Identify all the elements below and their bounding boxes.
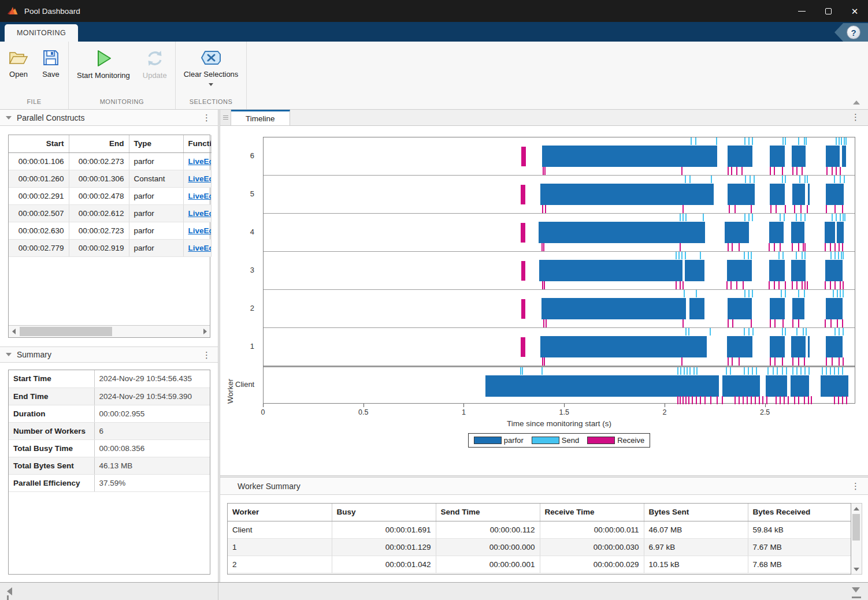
column-header[interactable]: Bytes Received bbox=[748, 504, 851, 521]
parfor-bar[interactable] bbox=[542, 146, 717, 167]
parfor-bar[interactable] bbox=[689, 298, 704, 319]
parfor-bar[interactable] bbox=[791, 336, 806, 357]
parfor-bar[interactable] bbox=[539, 222, 705, 243]
scrollbar-thumb[interactable] bbox=[20, 327, 112, 336]
collapse-bottom-panel-button[interactable] bbox=[852, 587, 860, 592]
parfor-bar[interactable] bbox=[769, 222, 784, 243]
scroll-down-button[interactable] bbox=[851, 564, 862, 574]
horizontal-scrollbar[interactable] bbox=[9, 325, 210, 337]
parfor-bar[interactable] bbox=[770, 298, 785, 319]
parfor-bar[interactable] bbox=[826, 146, 840, 167]
collapse-ribbon-button[interactable] bbox=[852, 100, 861, 105]
parfor-bar[interactable] bbox=[808, 184, 810, 205]
maximize-button[interactable] bbox=[815, 0, 841, 22]
parfor-bar[interactable] bbox=[792, 298, 804, 319]
column-header[interactable]: Worker bbox=[228, 504, 332, 521]
parfor-bar[interactable] bbox=[722, 375, 760, 397]
parfor-bar[interactable] bbox=[769, 260, 784, 281]
parfor-bar[interactable] bbox=[821, 375, 849, 397]
function-link[interactable]: LiveEd bbox=[188, 209, 212, 218]
scrollbar-thumb[interactable] bbox=[852, 514, 860, 541]
column-header[interactable]: Bytes Sent bbox=[644, 504, 748, 521]
parfor-bar[interactable] bbox=[770, 336, 785, 357]
table-row[interactable]: 00:00:02.77900:00:02.919parforLiveEd bbox=[9, 239, 211, 256]
help-button[interactable]: ? bbox=[847, 25, 860, 39]
parfor-bar[interactable] bbox=[826, 184, 844, 205]
constant-receive-bar[interactable] bbox=[521, 147, 526, 166]
parfor-bar[interactable] bbox=[791, 222, 805, 243]
parfor-bar[interactable] bbox=[770, 184, 785, 205]
parfor-bar[interactable] bbox=[791, 260, 805, 281]
table-row[interactable]: 00:00:02.29100:00:02.478parforLiveEd bbox=[9, 187, 211, 204]
table-row[interactable]: 00:00:01.26000:00:01.306ConstantLiveEd bbox=[9, 170, 211, 187]
open-button[interactable]: Open bbox=[8, 49, 29, 79]
tab-timeline[interactable]: Timeline bbox=[231, 110, 290, 125]
table-row[interactable]: 00:00:01.10600:00:02.273parforLiveEd bbox=[9, 152, 211, 170]
function-link[interactable]: LiveEd bbox=[188, 244, 212, 252]
kebab-menu-icon[interactable]: ⋮ bbox=[851, 113, 860, 121]
save-button[interactable]: Save bbox=[42, 49, 60, 79]
parfor-bar[interactable] bbox=[541, 298, 686, 319]
tab-grip[interactable] bbox=[220, 110, 231, 125]
constant-receive-bar[interactable] bbox=[521, 299, 525, 319]
constant-receive-bar[interactable] bbox=[521, 223, 525, 243]
minimize-button[interactable] bbox=[788, 0, 815, 22]
parfor-bar[interactable] bbox=[727, 336, 752, 357]
function-link[interactable]: LiveEd bbox=[188, 157, 212, 166]
parfor-bar[interactable] bbox=[792, 184, 805, 205]
scroll-left-button[interactable] bbox=[9, 326, 18, 337]
constant-receive-bar[interactable] bbox=[521, 185, 525, 204]
parfor-bar[interactable] bbox=[766, 375, 787, 397]
parfor-bar[interactable] bbox=[837, 222, 844, 243]
parfor-bar[interactable] bbox=[728, 146, 752, 167]
scroll-right-button[interactable] bbox=[200, 326, 210, 337]
parfor-bar[interactable] bbox=[728, 298, 752, 319]
parfor-bar[interactable] bbox=[792, 146, 806, 167]
table-row[interactable]: 00:00:02.50700:00:02.612parforLiveEd bbox=[9, 204, 211, 222]
parfor-bar[interactable] bbox=[825, 222, 835, 243]
kebab-menu-icon[interactable]: ⋮ bbox=[202, 113, 211, 122]
table-row[interactable]: 00:00:02.63000:00:02.723parforLiveEd bbox=[9, 222, 211, 239]
parfor-bar[interactable] bbox=[727, 260, 752, 281]
column-header[interactable]: Start bbox=[9, 135, 69, 152]
parfor-bar[interactable] bbox=[826, 298, 843, 319]
parfor-bar[interactable] bbox=[826, 336, 843, 357]
clear-selections-button[interactable]: Clear Selections bbox=[184, 49, 239, 86]
collapse-panel-icon[interactable] bbox=[6, 353, 12, 356]
column-header[interactable]: Function bbox=[183, 135, 211, 152]
parfor-bar[interactable] bbox=[808, 336, 810, 357]
close-button[interactable]: ✕ bbox=[841, 0, 868, 22]
function-link[interactable]: LiveEd bbox=[188, 226, 212, 235]
scroll-up-button[interactable] bbox=[851, 504, 862, 513]
vertical-scrollbar[interactable] bbox=[851, 503, 862, 575]
parfor-bar[interactable] bbox=[540, 336, 707, 357]
collapse-left-panel-button[interactable] bbox=[7, 587, 12, 595]
chevron-down-icon[interactable] bbox=[209, 83, 213, 86]
column-header[interactable]: Send Time bbox=[436, 504, 540, 521]
kebab-menu-icon[interactable]: ⋮ bbox=[851, 482, 860, 490]
function-link[interactable]: LiveEd bbox=[188, 192, 212, 200]
column-header[interactable]: Type bbox=[129, 135, 183, 152]
parfor-bar[interactable] bbox=[842, 146, 846, 167]
parfor-bar[interactable] bbox=[485, 375, 719, 397]
parfor-bar[interactable] bbox=[770, 146, 784, 167]
parfor-bar[interactable] bbox=[539, 260, 682, 281]
constant-receive-bar[interactable] bbox=[521, 337, 525, 357]
parfor-bar[interactable] bbox=[540, 184, 714, 205]
start-monitoring-button[interactable]: Start Monitoring bbox=[77, 49, 130, 80]
collapse-panel-icon[interactable] bbox=[6, 116, 12, 120]
constant-receive-bar[interactable] bbox=[521, 261, 526, 281]
parfor-bar[interactable] bbox=[685, 260, 704, 281]
function-link[interactable]: LiveEd bbox=[188, 174, 212, 183]
parfor-bar[interactable] bbox=[725, 222, 749, 243]
column-header[interactable]: Receive Time bbox=[540, 504, 644, 521]
parfor-bar[interactable] bbox=[791, 375, 809, 397]
kebab-menu-icon[interactable]: ⋮ bbox=[202, 351, 211, 359]
table-row[interactable]: Client00:00:01.69100:00:00.11200:00:00.0… bbox=[228, 521, 851, 538]
table-row[interactable]: 200:00:01.04200:00:00.00100:00:00.02910.… bbox=[228, 556, 851, 573]
table-row[interactable]: 100:00:01.12900:00:00.00000:00:00.0306.9… bbox=[228, 538, 851, 556]
column-header[interactable]: Busy bbox=[332, 504, 436, 521]
tab-monitoring[interactable]: MONITORING bbox=[5, 24, 78, 42]
parfor-bar[interactable] bbox=[825, 260, 843, 281]
parfor-bar[interactable] bbox=[728, 184, 755, 205]
